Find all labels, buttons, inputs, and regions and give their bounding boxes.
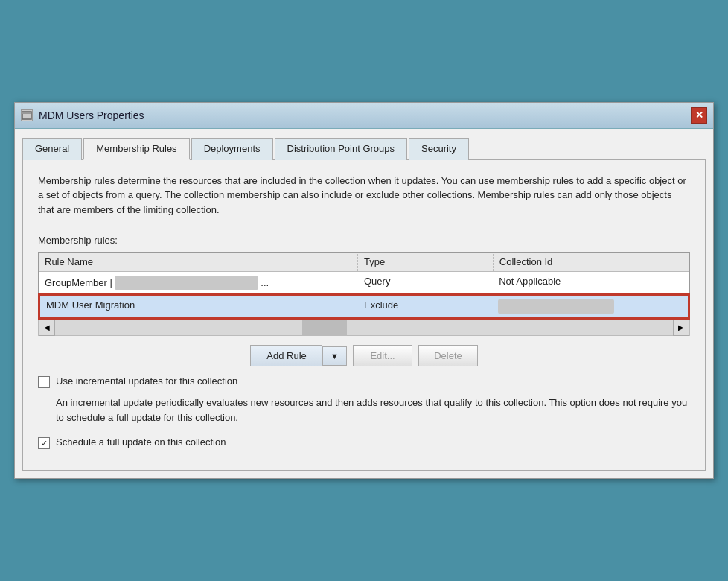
table-row[interactable]: GroupMember | ████████████████████ ... Q… — [39, 272, 689, 294]
incremental-update-label: Use incremental updates for this collect… — [56, 375, 237, 387]
tab-distribution-point-groups[interactable]: Distribution Point Groups — [275, 138, 408, 160]
header-rule-name: Rule Name — [39, 253, 358, 271]
main-window: MDM Users Properties ✕ General Membershi… — [14, 102, 714, 480]
add-rule-button-group: Add Rule ▼ — [250, 345, 347, 366]
cell-rule-name-1: GroupMember | ████████████████████ ... — [39, 272, 358, 293]
incremental-description: An incremental update periodically evalu… — [56, 396, 690, 425]
title-bar-left: MDM Users Properties — [21, 109, 144, 121]
close-button[interactable]: ✕ — [691, 107, 707, 124]
action-buttons: Add Rule ▼ Edit... Delete — [38, 345, 690, 366]
scroll-thumb[interactable] — [302, 320, 347, 335]
cell-type-2: Exclude — [358, 296, 492, 317]
schedule-update-checkbox[interactable] — [38, 437, 50, 449]
svg-rect-1 — [22, 112, 31, 114]
tab-content: Membership rules determine the resources… — [22, 160, 706, 472]
add-rule-button[interactable]: Add Rule — [250, 345, 322, 366]
add-rule-dropdown-button[interactable]: ▼ — [322, 346, 347, 366]
window-title: MDM Users Properties — [39, 109, 144, 121]
tab-deployments[interactable]: Deployments — [191, 138, 273, 160]
table-row[interactable]: MDM User Migration Exclude █████████████… — [39, 294, 689, 319]
incremental-update-row: Use incremental updates for this collect… — [38, 375, 690, 388]
cell-rule-name-2: MDM User Migration — [40, 296, 358, 317]
schedule-update-label: Schedule a full update on this collectio… — [56, 436, 226, 448]
description-text: Membership rules determine the resources… — [38, 174, 690, 218]
tab-membership-rules[interactable]: Membership Rules — [83, 138, 189, 160]
scroll-right-button[interactable]: ▶ — [673, 320, 689, 336]
tab-security[interactable]: Security — [409, 138, 469, 160]
cell-colid-2: ████████████████ — [492, 296, 688, 317]
scroll-track[interactable] — [55, 320, 673, 335]
cell-colid-1: Not Applicable — [493, 272, 689, 293]
tab-general[interactable]: General — [22, 138, 82, 160]
tab-bar: General Membership Rules Deployments Dis… — [22, 136, 706, 160]
scroll-left-button[interactable]: ◀ — [39, 320, 55, 336]
rules-table: Rule Name Type Collection Id GroupMember… — [38, 252, 690, 320]
header-collection-id: Collection Id — [494, 253, 689, 271]
window-icon — [21, 109, 33, 121]
edit-button[interactable]: Edit... — [353, 345, 412, 366]
content-area: General Membership Rules Deployments Dis… — [15, 129, 713, 479]
cell-type-1: Query — [358, 272, 493, 293]
schedule-update-row: Schedule a full update on this collectio… — [38, 436, 690, 449]
header-type: Type — [358, 253, 494, 271]
title-bar: MDM Users Properties ✕ — [15, 103, 713, 129]
delete-button[interactable]: Delete — [418, 345, 478, 366]
horizontal-scrollbar: ◀ ▶ — [38, 320, 690, 336]
table-header: Rule Name Type Collection Id — [39, 253, 689, 272]
membership-rules-label: Membership rules: — [38, 235, 690, 246]
incremental-update-checkbox[interactable] — [38, 376, 50, 388]
